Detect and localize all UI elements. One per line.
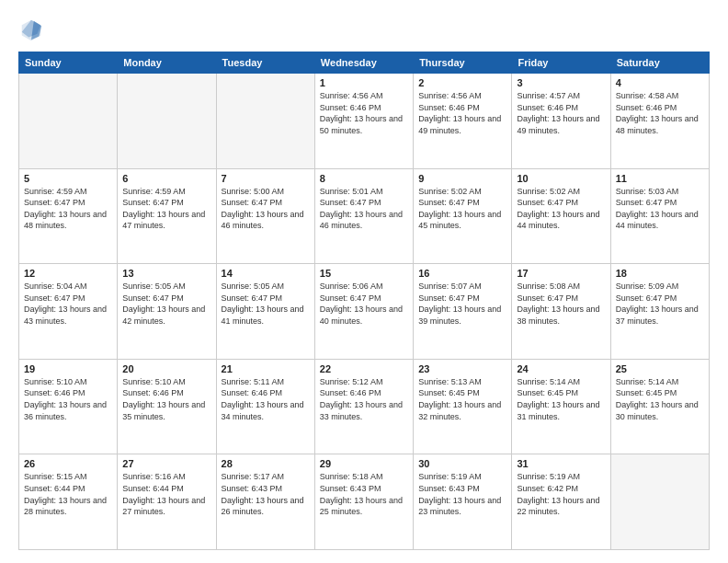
calendar-cell: 28Sunrise: 5:17 AM Sunset: 6:43 PM Dayli… — [216, 454, 314, 550]
calendar-cell: 22Sunrise: 5:12 AM Sunset: 6:46 PM Dayli… — [314, 359, 413, 454]
calendar-cell: 23Sunrise: 5:13 AM Sunset: 6:45 PM Dayli… — [414, 359, 512, 454]
day-info: Sunrise: 5:06 AM Sunset: 6:47 PM Dayligh… — [320, 281, 408, 327]
calendar-cell — [19, 74, 118, 169]
day-number: 29 — [320, 458, 408, 469]
weekday-header-wednesday: Wednesday — [314, 52, 413, 74]
calendar-cell: 26Sunrise: 5:15 AM Sunset: 6:44 PM Dayli… — [19, 454, 118, 550]
day-info: Sunrise: 5:19 AM Sunset: 6:42 PM Dayligh… — [517, 471, 605, 517]
day-number: 20 — [122, 363, 210, 374]
day-number: 25 — [616, 363, 704, 374]
day-number: 23 — [418, 363, 506, 374]
calendar-week-2: 5Sunrise: 4:59 AM Sunset: 6:47 PM Daylig… — [19, 168, 710, 264]
logo — [18, 17, 48, 42]
calendar-cell: 21Sunrise: 5:11 AM Sunset: 6:46 PM Dayli… — [216, 359, 314, 454]
calendar-week-5: 26Sunrise: 5:15 AM Sunset: 6:44 PM Dayli… — [19, 454, 710, 550]
calendar-cell: 5Sunrise: 4:59 AM Sunset: 6:47 PM Daylig… — [19, 168, 118, 264]
day-info: Sunrise: 5:02 AM Sunset: 6:47 PM Dayligh… — [517, 186, 605, 232]
calendar-week-1: 1Sunrise: 4:56 AM Sunset: 6:46 PM Daylig… — [19, 74, 710, 169]
page: SundayMondayTuesdayWednesdayThursdayFrid… — [0, 0, 728, 563]
calendar-cell: 19Sunrise: 5:10 AM Sunset: 6:46 PM Dayli… — [19, 359, 118, 454]
day-number: 8 — [320, 173, 408, 184]
day-number: 14 — [222, 268, 310, 279]
day-number: 30 — [418, 458, 506, 469]
day-info: Sunrise: 5:00 AM Sunset: 6:47 PM Dayligh… — [222, 186, 310, 232]
day-number: 21 — [222, 363, 310, 374]
day-number: 26 — [24, 458, 112, 469]
day-number: 2 — [418, 77, 506, 88]
day-number: 5 — [24, 173, 112, 184]
calendar-cell: 27Sunrise: 5:16 AM Sunset: 6:44 PM Dayli… — [118, 454, 216, 550]
day-info: Sunrise: 5:10 AM Sunset: 6:46 PM Dayligh… — [24, 376, 112, 422]
calendar-cell: 10Sunrise: 5:02 AM Sunset: 6:47 PM Dayli… — [512, 168, 610, 264]
calendar-cell: 20Sunrise: 5:10 AM Sunset: 6:46 PM Dayli… — [118, 359, 216, 454]
day-info: Sunrise: 5:09 AM Sunset: 6:47 PM Dayligh… — [616, 281, 704, 327]
calendar-cell: 3Sunrise: 4:57 AM Sunset: 6:46 PM Daylig… — [512, 74, 610, 169]
weekday-header-tuesday: Tuesday — [216, 52, 314, 74]
calendar-cell: 30Sunrise: 5:19 AM Sunset: 6:43 PM Dayli… — [414, 454, 512, 550]
header — [18, 17, 710, 42]
day-number: 6 — [122, 173, 210, 184]
logo-icon — [18, 17, 44, 42]
calendar-cell: 15Sunrise: 5:06 AM Sunset: 6:47 PM Dayli… — [314, 264, 413, 360]
calendar-cell: 31Sunrise: 5:19 AM Sunset: 6:42 PM Dayli… — [512, 454, 610, 550]
day-number: 3 — [517, 77, 605, 88]
day-info: Sunrise: 5:13 AM Sunset: 6:45 PM Dayligh… — [418, 376, 506, 422]
day-info: Sunrise: 5:14 AM Sunset: 6:45 PM Dayligh… — [616, 376, 704, 422]
day-info: Sunrise: 5:05 AM Sunset: 6:47 PM Dayligh… — [122, 281, 210, 327]
day-info: Sunrise: 5:15 AM Sunset: 6:44 PM Dayligh… — [24, 471, 112, 517]
day-number: 31 — [517, 458, 605, 469]
day-number: 1 — [320, 77, 408, 88]
day-info: Sunrise: 4:58 AM Sunset: 6:46 PM Dayligh… — [616, 90, 704, 136]
calendar-cell: 16Sunrise: 5:07 AM Sunset: 6:47 PM Dayli… — [414, 264, 512, 360]
day-number: 16 — [418, 268, 506, 279]
day-number: 11 — [616, 173, 704, 184]
day-number: 4 — [616, 77, 704, 88]
day-info: Sunrise: 5:05 AM Sunset: 6:47 PM Dayligh… — [222, 281, 310, 327]
day-number: 24 — [517, 363, 605, 374]
calendar-cell — [118, 74, 216, 169]
calendar-cell: 11Sunrise: 5:03 AM Sunset: 6:47 PM Dayli… — [610, 168, 709, 264]
day-info: Sunrise: 4:59 AM Sunset: 6:47 PM Dayligh… — [24, 186, 112, 232]
weekday-header-sunday: Sunday — [19, 52, 118, 74]
calendar-cell: 12Sunrise: 5:04 AM Sunset: 6:47 PM Dayli… — [19, 264, 118, 360]
day-info: Sunrise: 4:59 AM Sunset: 6:47 PM Dayligh… — [122, 186, 210, 232]
day-info: Sunrise: 5:19 AM Sunset: 6:43 PM Dayligh… — [418, 471, 506, 517]
day-info: Sunrise: 5:07 AM Sunset: 6:47 PM Dayligh… — [418, 281, 506, 327]
calendar-week-4: 19Sunrise: 5:10 AM Sunset: 6:46 PM Dayli… — [19, 359, 710, 454]
weekday-header-monday: Monday — [118, 52, 216, 74]
day-info: Sunrise: 5:16 AM Sunset: 6:44 PM Dayligh… — [122, 471, 210, 517]
day-info: Sunrise: 5:17 AM Sunset: 6:43 PM Dayligh… — [222, 471, 310, 517]
day-info: Sunrise: 4:56 AM Sunset: 6:46 PM Dayligh… — [320, 90, 408, 136]
day-info: Sunrise: 5:11 AM Sunset: 6:46 PM Dayligh… — [222, 376, 310, 422]
day-number: 17 — [517, 268, 605, 279]
calendar-cell: 18Sunrise: 5:09 AM Sunset: 6:47 PM Dayli… — [610, 264, 709, 360]
calendar-cell: 4Sunrise: 4:58 AM Sunset: 6:46 PM Daylig… — [610, 74, 709, 169]
day-number: 10 — [517, 173, 605, 184]
day-number: 13 — [122, 268, 210, 279]
calendar-cell: 1Sunrise: 4:56 AM Sunset: 6:46 PM Daylig… — [314, 74, 413, 169]
day-info: Sunrise: 4:57 AM Sunset: 6:46 PM Dayligh… — [517, 90, 605, 136]
day-number: 19 — [24, 363, 112, 374]
calendar-cell: 6Sunrise: 4:59 AM Sunset: 6:47 PM Daylig… — [118, 168, 216, 264]
day-info: Sunrise: 5:14 AM Sunset: 6:45 PM Dayligh… — [517, 376, 605, 422]
day-info: Sunrise: 5:10 AM Sunset: 6:46 PM Dayligh… — [122, 376, 210, 422]
day-info: Sunrise: 5:04 AM Sunset: 6:47 PM Dayligh… — [24, 281, 112, 327]
day-info: Sunrise: 5:02 AM Sunset: 6:47 PM Dayligh… — [418, 186, 506, 232]
day-number: 18 — [616, 268, 704, 279]
calendar-cell: 14Sunrise: 5:05 AM Sunset: 6:47 PM Dayli… — [216, 264, 314, 360]
day-number: 12 — [24, 268, 112, 279]
day-info: Sunrise: 5:18 AM Sunset: 6:43 PM Dayligh… — [320, 471, 408, 517]
calendar-cell: 29Sunrise: 5:18 AM Sunset: 6:43 PM Dayli… — [314, 454, 413, 550]
calendar-cell: 2Sunrise: 4:56 AM Sunset: 6:46 PM Daylig… — [414, 74, 512, 169]
day-info: Sunrise: 5:12 AM Sunset: 6:46 PM Dayligh… — [320, 376, 408, 422]
calendar-cell: 7Sunrise: 5:00 AM Sunset: 6:47 PM Daylig… — [216, 168, 314, 264]
day-info: Sunrise: 5:08 AM Sunset: 6:47 PM Dayligh… — [517, 281, 605, 327]
calendar-cell: 24Sunrise: 5:14 AM Sunset: 6:45 PM Dayli… — [512, 359, 610, 454]
calendar-cell: 8Sunrise: 5:01 AM Sunset: 6:47 PM Daylig… — [314, 168, 413, 264]
day-number: 22 — [320, 363, 408, 374]
day-number: 27 — [122, 458, 210, 469]
calendar-cell: 25Sunrise: 5:14 AM Sunset: 6:45 PM Dayli… — [610, 359, 709, 454]
weekday-header-friday: Friday — [512, 52, 610, 74]
calendar-cell — [216, 74, 314, 169]
day-number: 7 — [222, 173, 310, 184]
